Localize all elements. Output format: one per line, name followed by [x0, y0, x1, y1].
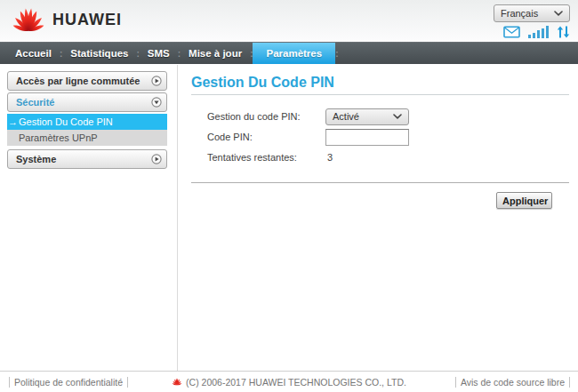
- nav-item-statistiques[interactable]: Statistiques: [62, 43, 136, 64]
- sidebar-item-label: Gestion Du Code PIN: [19, 116, 113, 127]
- brand-logo: HUAWEI: [11, 7, 122, 33]
- sidebar-group-label: Système: [16, 154, 56, 164]
- pin-management-label: Gestion du code PIN:: [207, 111, 325, 122]
- form-row-pin-code: Code PIN:: [207, 128, 409, 146]
- nav-item-sms[interactable]: SMS: [140, 43, 178, 64]
- sidebar-group-securite[interactable]: Sécurité: [7, 92, 167, 112]
- collapsed-arrow-icon: [151, 76, 162, 86]
- nav-label: Accueil: [15, 48, 52, 59]
- page-title: Gestion Du Code PIN: [191, 75, 334, 91]
- language-select[interactable]: Français: [494, 4, 570, 22]
- header: HUAWEI Français: [0, 0, 578, 42]
- nav-item-accueil[interactable]: Accueil: [7, 43, 60, 64]
- form-row-attempts: Tentatives restantes: 3: [207, 148, 409, 166]
- sidebar-item-gestion-code-pin[interactable]: → Gestion Du Code PIN: [7, 114, 167, 130]
- nav-label: Statistiques: [70, 48, 128, 59]
- nav-separator: :: [335, 43, 338, 64]
- pin-code-label: Code PIN:: [207, 132, 325, 142]
- pin-management-select[interactable]: Activé: [325, 108, 409, 125]
- pin-form: Gestion du code PIN: Activé Code PIN: Te…: [207, 108, 409, 169]
- nav-label: Paramètres: [266, 48, 322, 59]
- main-nav: Accueil : Statistiques : SMS : Mise à jo…: [0, 42, 578, 64]
- pin-management-select-value: Activé: [333, 111, 359, 122]
- updown-icon: [557, 26, 570, 38]
- attempts-label: Tentatives restantes:: [207, 152, 325, 163]
- signal-icon: [528, 26, 549, 38]
- pin-code-input[interactable]: [325, 129, 409, 146]
- footer-bar: [455, 377, 456, 388]
- sidebar-group-systeme[interactable]: Système: [7, 149, 167, 169]
- sidebar-group-acces-ligne-commutee[interactable]: Accès par ligne commutée: [7, 71, 167, 91]
- copyright-text: (C) 2006-2017 HUAWEI TECHNOLOGIES CO., L…: [186, 377, 406, 388]
- chevron-down-icon: [554, 11, 563, 16]
- sidebar-group-label: Sécurité: [16, 97, 54, 108]
- brand-name: HUAWEI: [52, 11, 122, 29]
- collapsed-arrow-icon: [151, 154, 162, 164]
- huawei-flower-icon: [172, 378, 182, 386]
- chevron-down-icon: [393, 114, 402, 119]
- sidebar-group-label: Accès par ligne commutée: [16, 76, 140, 86]
- expanded-arrow-icon: [151, 97, 162, 108]
- footer: Politique de confidentialité (C) 2006-20…: [0, 372, 578, 392]
- section-divider: [191, 182, 569, 183]
- content-divider: [177, 65, 178, 371]
- huawei-flower-icon: [11, 7, 46, 33]
- nav-item-parametres[interactable]: Paramètres: [253, 43, 335, 64]
- title-underline: [191, 94, 569, 95]
- apply-button[interactable]: Appliquer: [496, 192, 552, 209]
- open-source-link-label: Avis de code source libre: [461, 377, 565, 388]
- active-item-arrow: →: [8, 116, 18, 127]
- huawei-admin-page: HUAWEI Français: [0, 0, 578, 392]
- status-icons: [503, 26, 570, 38]
- sidebar-item-parametres-upnp[interactable]: Paramètres UPnP: [7, 130, 167, 146]
- language-select-value: Français: [501, 8, 538, 19]
- mail-icon[interactable]: [503, 26, 520, 38]
- open-source-link[interactable]: Avis de code source libre: [451, 372, 574, 392]
- footer-bar: [569, 377, 570, 388]
- attempts-value: 3: [325, 152, 333, 163]
- nav-label: Mise à jour: [189, 48, 242, 59]
- nav-item-mise-a-jour[interactable]: Mise à jour: [181, 43, 250, 64]
- nav-label: SMS: [148, 48, 170, 59]
- form-row-pin-management: Gestion du code PIN: Activé: [207, 108, 409, 125]
- sidebar-item-label: Paramètres UPnP: [19, 132, 98, 143]
- sidebar: Accès par ligne commutée Sécurité → Gest…: [7, 71, 167, 171]
